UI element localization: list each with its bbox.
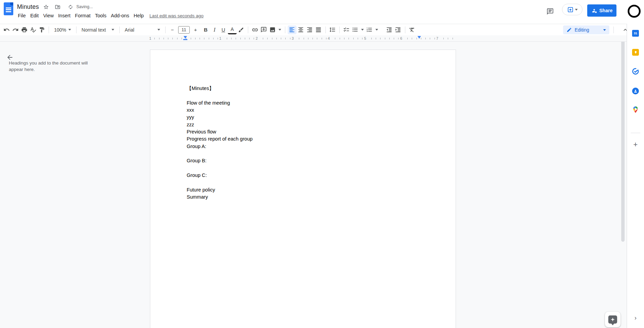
highlight-color-button[interactable] (237, 25, 245, 34)
checklist-button[interactable] (342, 25, 351, 34)
checklist-icon (343, 26, 350, 33)
contacts-icon[interactable] (630, 86, 641, 96)
zoom-select[interactable]: 100% (51, 25, 74, 34)
left-indent-marker[interactable] (184, 36, 187, 39)
star-icon[interactable] (41, 2, 50, 11)
bulleted-list-caret[interactable] (361, 29, 364, 31)
ruler-number: 4 (327, 36, 331, 40)
toolbar-divider (613, 26, 614, 33)
underline-button[interactable]: U (219, 25, 228, 34)
align-right-button[interactable] (305, 25, 314, 34)
keep-icon[interactable] (630, 47, 641, 58)
increase-font-size-button[interactable]: + (191, 25, 200, 34)
justify-button[interactable] (314, 25, 323, 34)
spellcheck-button[interactable] (29, 25, 37, 34)
clear-formatting-button[interactable] (408, 25, 417, 34)
ruler-number: 3 (291, 36, 295, 40)
clear-formatting-icon (409, 26, 415, 33)
menu-addons[interactable]: Add-ons (109, 12, 132, 19)
numbered-list-icon (366, 26, 373, 33)
hide-side-panel-button[interactable]: › (631, 313, 640, 323)
print-icon (21, 26, 28, 33)
ruler-number: 1 (148, 36, 152, 40)
last-edit-link[interactable]: Last edit was seconds ago (149, 13, 203, 18)
doc-line: 【Minutes】 (187, 85, 253, 92)
undo-button[interactable] (2, 25, 11, 34)
menu-file[interactable]: File (16, 12, 28, 19)
doc-line: xxx (187, 107, 253, 114)
bulleted-list-icon (352, 26, 358, 33)
toolbar-divider (165, 26, 166, 33)
add-comment-button[interactable] (259, 25, 268, 34)
explore-button[interactable] (605, 312, 621, 327)
doc-line: Summary (187, 194, 253, 201)
docs-logo[interactable] (4, 2, 13, 15)
outdent-icon (386, 26, 392, 33)
text-color-button[interactable]: A (228, 25, 237, 34)
doc-line: Group C: (187, 172, 253, 179)
bold-button[interactable]: B (201, 25, 210, 34)
paint-format-button[interactable] (37, 25, 46, 34)
rail-divider (631, 133, 640, 133)
styles-select[interactable]: Normal text (79, 25, 117, 34)
document-text[interactable]: 【Minutes】Flow of the meetingxxxyyyzzzPre… (187, 85, 253, 201)
insert-link-button[interactable] (251, 25, 259, 34)
present-button[interactable] (562, 4, 582, 15)
ruler[interactable]: 1 1 2 3 4 5 6 7 (148, 35, 458, 42)
increase-indent-button[interactable] (394, 25, 403, 34)
editing-mode-button[interactable]: Editing (563, 25, 609, 34)
print-button[interactable] (20, 25, 29, 34)
doc-line: Group A: (187, 143, 253, 150)
doc-line: Progress report of each group (187, 135, 253, 143)
align-center-button[interactable] (296, 25, 305, 34)
ruler-ticks (150, 38, 457, 39)
move-folder-icon[interactable] (53, 2, 62, 11)
numbered-list-button[interactable] (365, 25, 374, 34)
decrease-indent-button[interactable] (385, 25, 394, 34)
chevron-down-icon (157, 29, 160, 31)
italic-button[interactable]: I (210, 25, 219, 34)
doc-line: yyy (187, 114, 253, 121)
explore-icon (608, 315, 617, 324)
bulleted-list-button[interactable] (351, 25, 360, 34)
tasks-icon[interactable] (630, 66, 641, 77)
doc-line (187, 165, 253, 172)
menu-tools[interactable]: Tools (93, 12, 109, 19)
menu-insert[interactable]: Insert (56, 12, 73, 19)
align-left-button[interactable] (288, 25, 296, 34)
share-person-icon (591, 8, 597, 14)
get-addons-button[interactable]: + (630, 139, 641, 150)
left-indent-bar[interactable] (183, 39, 187, 40)
calendar-icon[interactable]: 31 (630, 28, 641, 39)
toolbar-divider (325, 26, 326, 33)
share-button[interactable]: Share (587, 4, 616, 17)
toolbar-divider (119, 26, 120, 33)
vertical-scrollbar[interactable] (621, 39, 625, 242)
justify-icon (315, 26, 322, 33)
share-label: Share (599, 8, 613, 13)
comment-history-icon[interactable] (545, 6, 556, 17)
font-select[interactable]: Arial (122, 25, 163, 34)
right-indent-marker[interactable] (418, 36, 421, 39)
decrease-font-size-button[interactable]: − (168, 25, 177, 34)
menu-view[interactable]: View (41, 12, 56, 19)
maps-icon[interactable] (630, 104, 641, 115)
toolbar-divider (76, 26, 77, 33)
menu-help[interactable]: Help (132, 12, 146, 19)
toolbar: 100% Normal text Arial − 11 + B I U A (0, 24, 644, 35)
font-size-input[interactable]: 11 (178, 26, 190, 34)
redo-button[interactable] (11, 25, 20, 34)
image-options-caret[interactable] (278, 29, 281, 31)
menu-edit[interactable]: Edit (28, 12, 41, 19)
insert-image-button[interactable] (268, 25, 277, 34)
present-icon (567, 6, 574, 13)
line-spacing-button[interactable] (328, 25, 337, 34)
account-avatar[interactable] (628, 5, 641, 18)
numbered-list-caret[interactable] (375, 29, 378, 31)
chevron-down-icon (68, 29, 71, 31)
align-center-icon (298, 26, 304, 33)
document-page[interactable]: 【Minutes】Flow of the meetingxxxyyyzzzPre… (150, 50, 456, 328)
menu-format[interactable]: Format (73, 12, 93, 19)
document-title[interactable]: Minutes (17, 3, 39, 11)
side-panel-rail: 31 + › (627, 24, 644, 328)
